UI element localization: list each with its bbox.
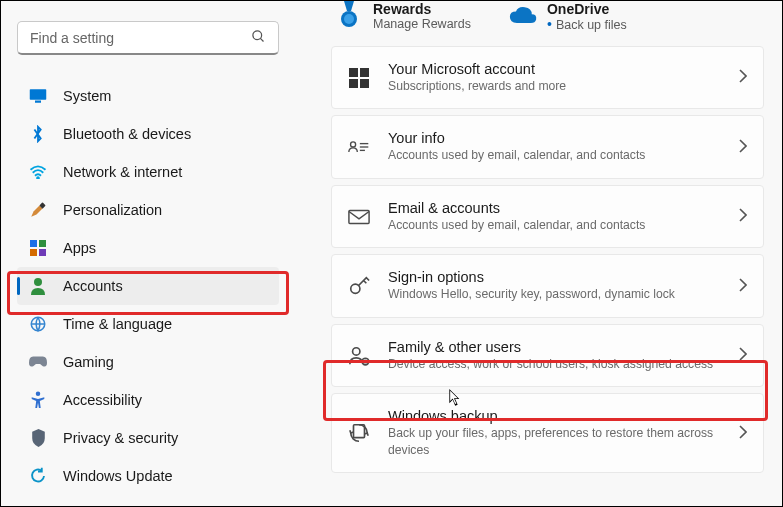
card-title: Sign-in options	[388, 269, 739, 285]
svg-point-4	[37, 177, 39, 179]
chevron-right-icon	[739, 278, 747, 295]
svg-point-10	[34, 278, 42, 286]
key-icon	[348, 275, 370, 297]
paintbrush-icon	[29, 201, 47, 219]
sidebar-item-bluetooth-devices[interactable]: Bluetooth & devices	[17, 115, 279, 153]
svg-point-25	[353, 347, 360, 354]
svg-rect-16	[360, 68, 369, 77]
header-tile-onedrive[interactable]: OneDrive•Back up files	[509, 1, 627, 32]
envelope-icon	[348, 206, 370, 228]
card-subtitle: Accounts used by email, calendar, and co…	[388, 217, 739, 233]
sidebar-item-label: Bluetooth & devices	[63, 126, 191, 142]
sidebar-item-network-internet[interactable]: Network & internet	[17, 153, 279, 191]
person-icon	[29, 277, 47, 295]
update-icon	[29, 467, 47, 485]
sidebar-item-label: Apps	[63, 240, 96, 256]
tile-subtitle: •Back up files	[547, 17, 627, 32]
family-icon	[348, 345, 370, 367]
svg-point-19	[351, 142, 356, 147]
sidebar-item-label: Gaming	[63, 354, 114, 370]
medal-icon	[335, 1, 363, 29]
svg-point-0	[253, 30, 262, 39]
wifi-icon	[29, 163, 47, 181]
microsoft-logo-icon	[348, 67, 370, 89]
card-subtitle: Accounts used by email, calendar, and co…	[388, 147, 739, 163]
svg-rect-2	[30, 89, 47, 100]
accessibility-icon	[29, 391, 47, 409]
sidebar-item-label: System	[63, 88, 111, 104]
settings-card-sign-in-options[interactable]: Sign-in optionsWindows Hello, security k…	[331, 254, 764, 317]
sidebar-item-apps[interactable]: Apps	[17, 229, 279, 267]
sidebar-item-label: Personalization	[63, 202, 162, 218]
settings-card-your-microsoft-account[interactable]: Your Microsoft accountSubscriptions, rew…	[331, 46, 764, 109]
svg-rect-6	[30, 240, 37, 247]
header-tiles: RewardsManage RewardsOneDrive•Back up fi…	[331, 1, 764, 46]
chevron-right-icon	[739, 425, 747, 442]
settings-card-your-info[interactable]: Your infoAccounts used by email, calenda…	[331, 115, 764, 178]
settings-card-family-other-users[interactable]: Family & other usersDevice access, work …	[331, 324, 764, 387]
svg-line-1	[260, 38, 263, 41]
tile-title: Rewards	[373, 1, 471, 17]
chevron-right-icon	[739, 347, 747, 364]
search-box[interactable]	[17, 21, 279, 55]
svg-rect-17	[349, 79, 358, 88]
card-subtitle: Windows Hello, security key, password, d…	[388, 286, 739, 302]
card-subtitle: Device access, work or school users, kio…	[388, 356, 739, 372]
svg-rect-3	[35, 101, 41, 103]
svg-rect-9	[39, 249, 46, 256]
sidebar-item-privacy-security[interactable]: Privacy & security	[17, 419, 279, 457]
cloud-icon	[509, 1, 537, 29]
sidebar-item-label: Accounts	[63, 278, 123, 294]
sidebar-item-label: Accessibility	[63, 392, 142, 408]
svg-rect-23	[349, 210, 369, 223]
tile-title: OneDrive	[547, 1, 627, 17]
chevron-right-icon	[739, 69, 747, 86]
card-subtitle: Subscriptions, rewards and more	[388, 78, 739, 94]
settings-card-email-accounts[interactable]: Email & accountsAccounts used by email, …	[331, 185, 764, 248]
chevron-right-icon	[739, 139, 747, 156]
id-card-icon	[348, 136, 370, 158]
monitor-icon	[29, 87, 47, 105]
settings-card-windows-backup[interactable]: Windows backupBack up your files, apps, …	[331, 393, 764, 473]
svg-point-14	[344, 14, 354, 24]
svg-rect-8	[30, 249, 37, 256]
card-title: Windows backup	[388, 408, 739, 424]
card-title: Email & accounts	[388, 200, 739, 216]
card-subtitle: Back up your files, apps, preferences to…	[388, 425, 739, 458]
svg-rect-7	[39, 240, 46, 247]
svg-rect-29	[354, 425, 365, 438]
main-content: RewardsManage RewardsOneDrive•Back up fi…	[291, 1, 782, 506]
sidebar-nav: SystemBluetooth & devicesNetwork & inter…	[17, 77, 283, 495]
apps-grid-icon	[29, 239, 47, 257]
card-title: Family & other users	[388, 339, 739, 355]
sidebar: SystemBluetooth & devicesNetwork & inter…	[1, 1, 291, 506]
bluetooth-icon	[29, 125, 47, 143]
header-tile-rewards[interactable]: RewardsManage Rewards	[335, 1, 471, 32]
svg-rect-15	[349, 68, 358, 77]
card-title: Your Microsoft account	[388, 61, 739, 77]
chevron-right-icon	[739, 208, 747, 225]
tile-subtitle: Manage Rewards	[373, 17, 471, 31]
backup-sync-icon	[348, 422, 370, 444]
sidebar-item-system[interactable]: System	[17, 77, 279, 115]
sidebar-item-time-language[interactable]: Time & language	[17, 305, 279, 343]
search-input[interactable]	[30, 30, 251, 46]
svg-point-12	[36, 391, 41, 396]
sidebar-item-label: Privacy & security	[63, 430, 178, 446]
sidebar-item-accessibility[interactable]: Accessibility	[17, 381, 279, 419]
sidebar-item-label: Network & internet	[63, 164, 182, 180]
svg-rect-18	[360, 79, 369, 88]
card-title: Your info	[388, 130, 739, 146]
globe-time-icon	[29, 315, 47, 333]
search-icon	[251, 29, 266, 47]
sidebar-item-windows-update[interactable]: Windows Update	[17, 457, 279, 495]
sidebar-item-personalization[interactable]: Personalization	[17, 191, 279, 229]
sidebar-item-label: Windows Update	[63, 468, 173, 484]
sidebar-item-gaming[interactable]: Gaming	[17, 343, 279, 381]
gamepad-icon	[29, 353, 47, 371]
sidebar-item-accounts[interactable]: Accounts	[17, 267, 279, 305]
settings-card-list: Your Microsoft accountSubscriptions, rew…	[331, 46, 764, 473]
shield-icon	[29, 429, 47, 447]
sidebar-item-label: Time & language	[63, 316, 172, 332]
